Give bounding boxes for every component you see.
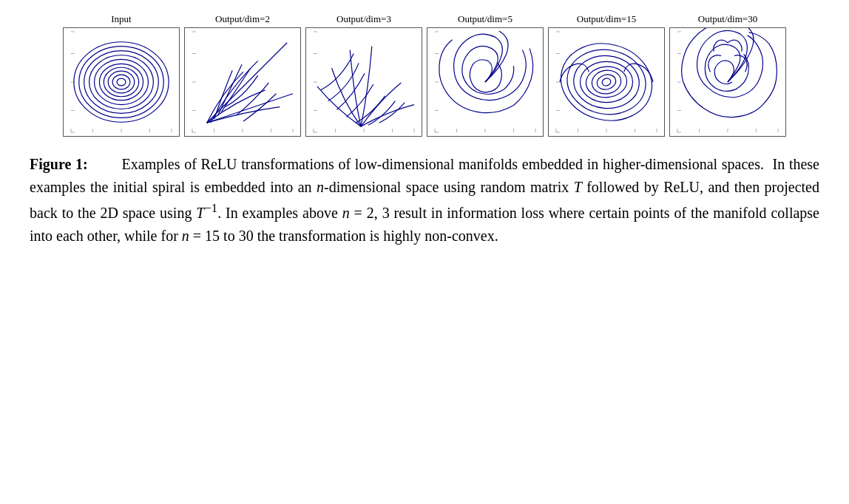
- plot-dim15: [548, 27, 665, 137]
- plot-dim5: [427, 27, 544, 137]
- svg-point-64: [590, 68, 623, 96]
- svg-point-69: [552, 33, 661, 130]
- svg-point-15: [95, 59, 149, 104]
- svg-point-13: [104, 67, 138, 96]
- svg-point-10: [117, 78, 126, 86]
- figure-label-dim5: Output/dim=5: [458, 13, 513, 25]
- svg-point-14: [99, 64, 143, 100]
- svg-point-11: [112, 75, 130, 89]
- figure-label-dim30: Output/dim=30: [698, 13, 757, 25]
- figure-dim30: Output/dim=30: [669, 13, 786, 137]
- figure-label-dim3: Output/dim=3: [336, 13, 391, 25]
- figure-dim3: Output/dim=3: [305, 13, 422, 137]
- plot-dim2: [184, 27, 301, 137]
- figure-input: Input: [63, 13, 180, 137]
- svg-point-19: [74, 42, 169, 123]
- figure-dim2: Output/dim=2: [184, 13, 301, 137]
- svg-point-63: [595, 72, 618, 92]
- svg-line-30: [207, 43, 288, 123]
- figure-number: Figure 1:: [30, 156, 88, 172]
- svg-point-62: [601, 77, 612, 86]
- figure-dim15: Output/dim=15: [548, 13, 665, 137]
- svg-point-68: [562, 44, 651, 120]
- figures-row: Input: [30, 13, 819, 137]
- svg-point-18: [79, 47, 163, 118]
- svg-point-16: [89, 55, 154, 109]
- figure-label-input: Input: [111, 13, 131, 25]
- figure-caption: Figure 1: Examples of ReLU transformatio…: [30, 153, 819, 248]
- plot-dim30: [669, 27, 786, 137]
- plot-input: [63, 27, 180, 137]
- svg-point-17: [84, 51, 159, 114]
- t-inverse-superscript: −1: [204, 201, 217, 215]
- svg-point-66: [580, 61, 632, 102]
- figure-label-dim2: Output/dim=2: [215, 13, 270, 25]
- plot-dim3: [305, 27, 422, 137]
- figure-dim5: Output/dim=5: [427, 13, 544, 137]
- figure-label-dim15: Output/dim=15: [577, 13, 636, 25]
